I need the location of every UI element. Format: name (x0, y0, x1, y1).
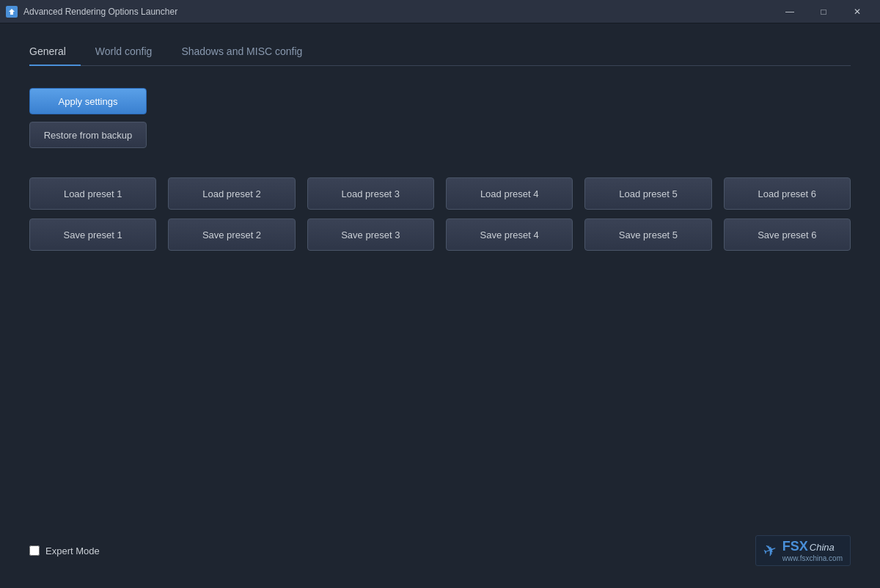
save-preset-4-button[interactable]: Save preset 4 (446, 218, 573, 251)
load-preset-1-button[interactable]: Load preset 1 (29, 177, 156, 210)
app-icon (6, 6, 18, 18)
titlebar: Advanced Rendering Options Launcher — □ … (0, 0, 880, 23)
titlebar-controls: — □ ✕ (773, 0, 874, 23)
apply-settings-button[interactable]: Apply settings (29, 88, 147, 114)
save-presets-row: Save preset 1 Save preset 2 Save preset … (29, 218, 851, 251)
watermark-fsx: FSX (782, 539, 808, 554)
main-content: General World config Shadows and MISC co… (0, 23, 880, 588)
save-preset-6-button[interactable]: Save preset 6 (724, 218, 851, 251)
watermark-text-group: FSX China www.fsxchina.com (782, 539, 843, 562)
tab-content-general: Apply settings Restore from backup Load … (29, 88, 851, 573)
load-preset-5-button[interactable]: Load preset 5 (584, 177, 711, 210)
load-preset-6-button[interactable]: Load preset 6 (724, 177, 851, 210)
watermark: ✈ FSX China www.fsxchina.com (755, 535, 851, 566)
load-preset-2-button[interactable]: Load preset 2 (168, 177, 295, 210)
tab-bar: General World config Shadows and MISC co… (29, 38, 851, 66)
action-buttons-group: Apply settings Restore from backup (29, 88, 851, 148)
save-preset-1-button[interactable]: Save preset 1 (29, 218, 156, 251)
maximize-button[interactable]: □ (807, 0, 840, 23)
footer: Expert Mode ✈ FSX China www.fsxchina.com (29, 535, 851, 573)
load-presets-row: Load preset 1 Load preset 2 Load preset … (29, 177, 851, 210)
tab-world-config[interactable]: World config (81, 38, 167, 66)
close-button[interactable]: ✕ (840, 0, 874, 23)
load-preset-4-button[interactable]: Load preset 4 (446, 177, 573, 210)
tab-shadows-misc[interactable]: Shadows and MISC config (166, 38, 317, 66)
watermark-china: China (810, 542, 835, 553)
plane-icon: ✈ (760, 540, 780, 562)
save-preset-5-button[interactable]: Save preset 5 (584, 218, 711, 251)
titlebar-title: Advanced Rendering Options Launcher (23, 7, 177, 17)
minimize-button[interactable]: — (773, 0, 807, 23)
tab-general[interactable]: General (29, 38, 81, 66)
preset-grid: Load preset 1 Load preset 2 Load preset … (29, 177, 851, 251)
save-preset-2-button[interactable]: Save preset 2 (168, 218, 295, 251)
expert-mode-checkbox[interactable] (29, 545, 40, 556)
watermark-domain: www.fsxchina.com (782, 554, 843, 562)
restore-backup-button[interactable]: Restore from backup (29, 122, 147, 148)
titlebar-left: Advanced Rendering Options Launcher (6, 6, 177, 18)
save-preset-3-button[interactable]: Save preset 3 (307, 218, 434, 251)
load-preset-3-button[interactable]: Load preset 3 (307, 177, 434, 210)
expert-mode-label[interactable]: Expert Mode (29, 545, 100, 556)
